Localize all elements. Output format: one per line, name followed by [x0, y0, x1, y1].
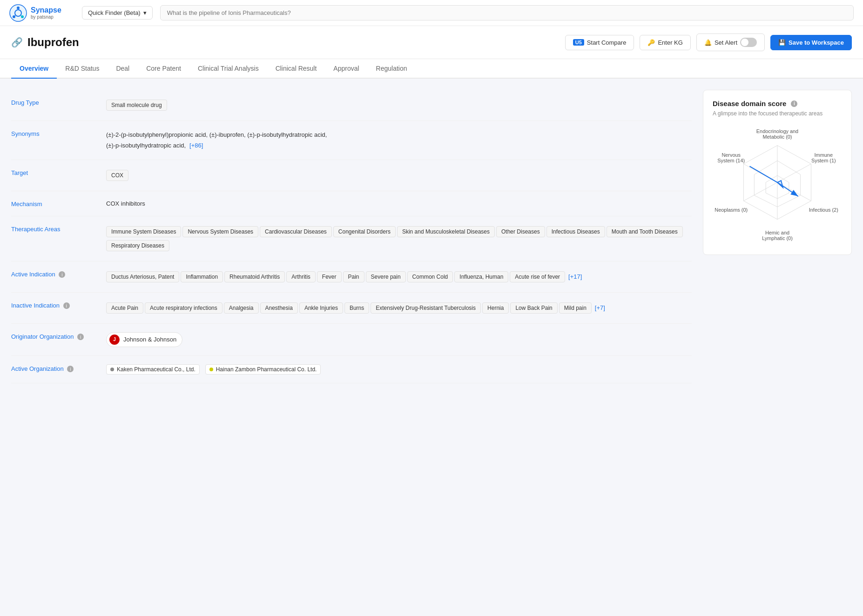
therapeutic-area-tag: Skin and Musculoskeletal Diseases	[397, 226, 495, 237]
therapeutic-area-tag: Respiratory Diseases	[106, 240, 169, 251]
inactive-indication-tag: Hernia	[482, 302, 509, 314]
mechanism-text: COX inhibitors	[106, 200, 145, 207]
active-indication-info-icon[interactable]: i	[59, 271, 65, 278]
active-indication-tag: Acute rise of fever	[510, 271, 565, 282]
therapeutic-area-tag: Nervous System Diseases	[182, 226, 258, 237]
active-indication-tag: Severe pain	[366, 271, 406, 282]
svg-line-28	[777, 182, 798, 196]
inactive-indication-value: Acute PainAcute respiratory infectionsAn…	[106, 301, 692, 315]
drug-type-value: Small molecule drug	[106, 98, 692, 112]
active-org-value: Kaken Pharmaceutical Co., Ltd. Hainan Za…	[106, 364, 692, 375]
inactive-indication-tag: Extensively Drug-Resistant Tuberculosis	[371, 302, 481, 314]
originator-org-row: Originator Organization i J Johnson & Jo…	[11, 324, 692, 356]
active-indication-tag: Ductus Arteriosus, Patent	[106, 271, 179, 282]
active-indication-row: Active Indication i Ductus Arteriosus, P…	[11, 261, 692, 293]
inactive-indication-tag: Burns	[344, 302, 369, 314]
synonyms-label: Synonyms	[11, 129, 95, 151]
drug-header: 🔗 Ibuprofen U5 Start Compare 🔑 Enter KG …	[0, 26, 863, 59]
alert-toggle[interactable]	[740, 38, 757, 47]
active-indication-more-link[interactable]: [+17]	[568, 273, 582, 280]
synonyms-more-link[interactable]: [+86]	[189, 142, 203, 149]
mechanism-value: COX inhibitors	[106, 200, 692, 208]
compare-label: Start Compare	[587, 39, 627, 46]
tab-deal[interactable]: Deal	[108, 59, 138, 79]
therapeutic-area-tag: Immune System Diseases	[106, 226, 181, 237]
tab-clinical-trial[interactable]: Clinical Trial Analysis	[189, 59, 267, 79]
disease-domain-info-icon[interactable]: i	[791, 100, 797, 107]
inactive-indication-info-icon[interactable]: i	[63, 302, 70, 309]
svg-text:Infectious (2): Infectious (2)	[809, 207, 838, 213]
inactive-indication-tag: Acute respiratory infections	[145, 302, 222, 314]
svg-text:Endocrinology and: Endocrinology and	[756, 128, 798, 134]
right-panel: Disease domain score i A glimpse into th…	[703, 90, 852, 383]
hainan-org-name: Hainan Zambon Pharmaceutical Co. Ltd.	[216, 366, 317, 373]
tab-overview[interactable]: Overview	[11, 59, 57, 79]
tab-regulation[interactable]: Regulation	[368, 59, 416, 79]
enter-kg-icon: 🔑	[647, 39, 655, 46]
inactive-indication-tag: Acute Pain	[106, 302, 143, 314]
tab-approval[interactable]: Approval	[325, 59, 367, 79]
hainan-dot	[209, 368, 213, 371]
active-indication-tag: Rheumatoid Arthritis	[224, 271, 285, 282]
main-content: Drug Type Small molecule drug Synonyms (…	[0, 79, 863, 395]
logo-area: Synapse by patsnap	[9, 4, 74, 22]
active-indication-label: Active Indication i	[11, 270, 95, 284]
target-label: Target	[11, 168, 95, 182]
inactive-indication-label: Inactive Indication i	[11, 301, 95, 315]
logo-sub-text: by patsnap	[31, 14, 61, 20]
quick-finder-label: Quick Finder (Beta)	[88, 9, 141, 16]
set-alert-label: Set Alert	[715, 39, 737, 46]
originator-org-value: J Johnson & Johnson	[106, 332, 692, 347]
svg-text:Nervous: Nervous	[721, 152, 741, 158]
active-indication-tag: Arthritis	[286, 271, 316, 282]
svg-text:Immune: Immune	[815, 152, 833, 158]
save-to-workspace-button[interactable]: 💾 Save to Workspace	[770, 35, 852, 50]
svg-marker-27	[749, 166, 782, 187]
kaken-dot	[110, 368, 114, 371]
jj-org-badge: J Johnson & Johnson	[106, 332, 182, 347]
svg-text:Neoplasms (0): Neoplasms (0)	[715, 207, 748, 213]
target-row: Target COX	[11, 160, 692, 191]
tab-clinical-result[interactable]: Clinical Result	[267, 59, 325, 79]
mechanism-label: Mechanism	[11, 200, 95, 208]
originator-org-label: Originator Organization i	[11, 332, 95, 347]
svg-point-4	[13, 15, 15, 18]
save-label: Save to Workspace	[789, 39, 844, 46]
drug-type-label: Drug Type	[11, 98, 95, 112]
set-alert-button[interactable]: 🔔 Set Alert	[696, 33, 765, 51]
enter-kg-label: Enter KG	[658, 39, 682, 46]
svg-text:System (14): System (14)	[717, 158, 745, 163]
target-tag: COX	[106, 170, 128, 181]
originator-info-icon[interactable]: i	[77, 334, 84, 340]
tab-core-patent[interactable]: Core Patent	[138, 59, 189, 79]
search-input[interactable]	[160, 5, 854, 20]
active-indication-tag: Common Cold	[407, 271, 453, 282]
active-indication-tag: Fever	[317, 271, 342, 282]
active-indication-tag: Influenza, Human	[454, 271, 508, 282]
enter-kg-button[interactable]: 🔑 Enter KG	[640, 35, 690, 50]
tab-rd-status[interactable]: R&D Status	[57, 59, 108, 79]
therapeutic-area-tag: Other Diseases	[496, 226, 545, 237]
start-compare-button[interactable]: U5 Start Compare	[565, 35, 634, 50]
drug-title-area: 🔗 Ibuprofen	[11, 36, 79, 49]
active-indication-tag: Pain	[343, 271, 364, 282]
paperclip-icon: 🔗	[11, 37, 23, 48]
save-icon: 💾	[778, 39, 786, 46]
active-org-info-icon[interactable]: i	[67, 366, 74, 372]
inactive-indication-tag: Ankle Injuries	[299, 302, 343, 314]
inactive-indication-more-link[interactable]: [+7]	[595, 304, 605, 311]
disease-domain-title: Disease domain score i	[713, 100, 842, 107]
therapeutic-areas-label: Therapeutic Areas	[11, 225, 95, 253]
active-indication-value: Ductus Arteriosus, PatentInflammationRhe…	[106, 270, 692, 284]
target-value: COX	[106, 168, 692, 182]
jj-org-name: Johnson & Johnson	[123, 336, 176, 343]
therapeutic-area-tag: Mouth and Tooth Diseases	[607, 226, 683, 237]
inactive-indication-tag: Low Back Pain	[510, 302, 557, 314]
therapeutic-areas-row: Therapeutic Areas Immune System Diseases…	[11, 216, 692, 261]
svg-line-22	[777, 164, 811, 182]
inactive-indication-tag: Mild pain	[559, 302, 592, 314]
therapeutic-areas-value: Immune System DiseasesNervous System Dis…	[106, 225, 692, 253]
quick-finder-button[interactable]: Quick Finder (Beta) ▾	[82, 6, 153, 20]
active-indication-tag: Inflammation	[181, 271, 223, 282]
compare-icon: U5	[573, 39, 584, 46]
